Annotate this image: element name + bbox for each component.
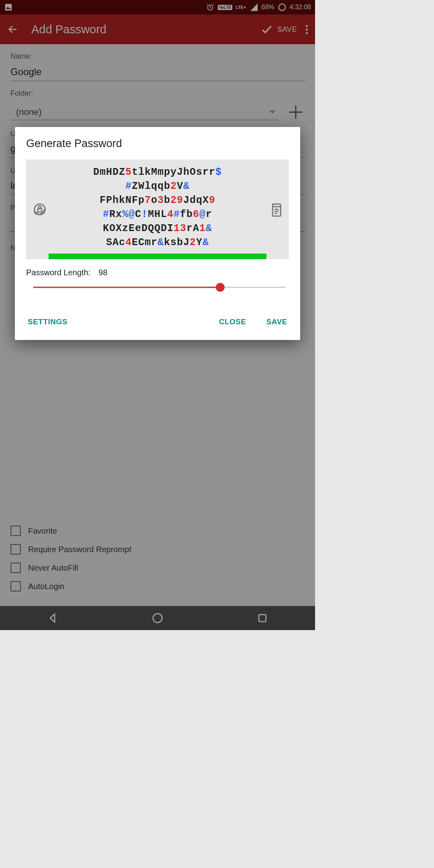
generate-password-dialog: Generate Password DmHDZ5tlkMmpyJhOsrr$#Z… [15,127,300,340]
close-button[interactable]: CLOSE [217,314,248,330]
regenerate-icon[interactable] [32,201,48,217]
settings-button[interactable]: SETTINGS [26,314,69,330]
copy-icon[interactable] [267,201,283,217]
dialog-title: Generate Password [26,137,289,150]
length-value: 98 [98,268,107,277]
length-label: Password Length: [26,268,90,277]
password-display: DmHDZ5tlkMmpyJhOsrr$#ZWlqqb2V&FPhkNFp7o3… [26,160,289,259]
svg-rect-7 [38,209,42,212]
dialog-save-button[interactable]: SAVE [265,314,289,330]
generated-password-text: DmHDZ5tlkMmpyJhOsrr$#ZWlqqb2V&FPhkNFp7o3… [49,165,266,250]
strength-bar [49,254,266,259]
length-slider[interactable] [33,281,286,293]
